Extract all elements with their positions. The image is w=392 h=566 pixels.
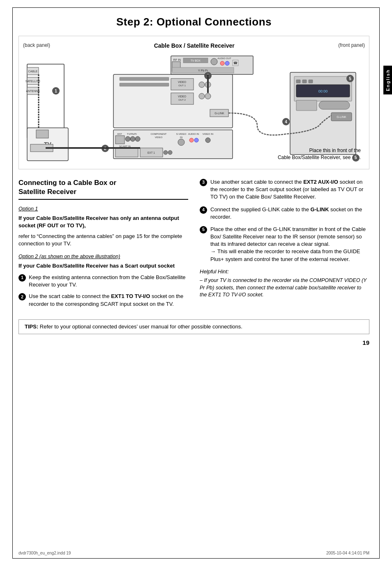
option2-label: Option 2 (as shown on the above illustra…: [18, 253, 188, 261]
right-column: 3 Use another scart cable to connect the…: [200, 178, 369, 312]
svg-text:TV/Pb/Pr: TV/Pb/Pr: [127, 133, 137, 135]
option1-body: refer to “Connecting the antenna cables”…: [18, 233, 188, 247]
svg-rect-42: [115, 136, 125, 144]
svg-text:4: 4: [285, 120, 287, 124]
hint-label: Helpful Hint:: [200, 268, 369, 275]
svg-rect-58: [115, 148, 138, 157]
diagram-area: (back panel) Cable Box / Satellite Recei…: [18, 36, 369, 169]
border-bottom: [12, 558, 380, 559]
svg-text:RF IN: RF IN: [173, 58, 181, 61]
svg-rect-73: [309, 80, 313, 83]
svg-text:VIDEO: VIDEO: [178, 81, 186, 83]
front-panel-label: (front panel): [338, 42, 365, 49]
border-top: [12, 7, 380, 8]
arrow-icon: →: [210, 248, 216, 254]
tips-bar: TIPS: Refer to your optional connected d…: [18, 319, 369, 334]
main-content: Step 2: Optional Connections (back panel…: [18, 10, 369, 347]
footer-left: dvdr7300h_eu_eng2.indd 19: [18, 550, 71, 556]
svg-text:COMPONENT: COMPONENT: [151, 133, 167, 135]
svg-point-21: [199, 93, 205, 99]
step2-text: Use the scart cable to connect the EXT1 …: [29, 293, 188, 307]
circle-5-ref: 5: [352, 154, 360, 162]
svg-point-61: [164, 150, 168, 155]
svg-text:00:00: 00:00: [318, 89, 328, 93]
svg-text:OUT 2: OUT 2: [178, 99, 186, 101]
svg-text:☎: ☎: [233, 61, 238, 65]
svg-text:VIDEO IN: VIDEO IN: [203, 133, 213, 135]
svg-rect-76: [296, 100, 317, 111]
place-note-line1: Place this in front of the: [309, 148, 361, 153]
place-note: Place this in front of the Cable Box/Sat…: [278, 147, 361, 162]
svg-text:VIDEO: VIDEO: [155, 136, 163, 139]
svg-point-19: [199, 82, 205, 88]
svg-text:ANTENNA: ANTENNA: [26, 90, 40, 92]
footer: dvdr7300h_eu_eng2.indd 19 2005-10-04 4:1…: [18, 550, 369, 556]
svg-rect-12: [120, 83, 169, 86]
svg-text:G-LINK: G-LINK: [337, 116, 346, 118]
svg-point-56: [205, 138, 210, 143]
step3-circle: 3: [200, 179, 207, 186]
svg-text:VIDEO: VIDEO: [178, 95, 186, 98]
svg-text:5: 5: [349, 76, 351, 81]
step4-item: 4 Connect the supplied G-LINK cable to t…: [200, 206, 369, 221]
option2-heading: If your Cable Box/Satellite Receiver has…: [18, 262, 188, 270]
step4-text: Connect the supplied G-LINK cable to the…: [210, 206, 369, 221]
svg-text:G-LINK: G-LINK: [214, 112, 224, 115]
helpful-hint: Helpful Hint: – If your TV is connected …: [200, 268, 369, 299]
svg-point-44: [125, 136, 130, 141]
step1-item: 1 Keep the existing antenna connection f…: [18, 274, 188, 289]
page-number: 19: [18, 338, 369, 347]
svg-text:AUDIO IN: AUDIO IN: [188, 133, 199, 135]
step5-circle: 5: [200, 226, 207, 233]
option1-heading: If your Cable Box/Satellite Receiver has…: [18, 215, 188, 229]
svg-text:OUT 1: OUT 1: [178, 84, 186, 87]
svg-text:AUDIO OUT: AUDIO OUT: [217, 57, 231, 60]
step2-item: 2 Use the scart cable to connect the EXT…: [18, 293, 188, 307]
hint-text: – If your TV is connected to the recorde…: [200, 277, 369, 299]
svg-text:IN: IN: [180, 136, 182, 139]
page-title: Step 2: Optional Connections: [18, 14, 369, 29]
option1-label: Option 1: [18, 206, 188, 213]
svg-point-33: [225, 61, 229, 65]
step3-text: Use another scart cable to connect the E…: [210, 178, 369, 201]
svg-point-46: [135, 136, 140, 141]
step5-text: Place the other end of the G-LINK transm…: [210, 226, 369, 263]
svg-rect-11: [120, 77, 169, 81]
step5-item: 5 Place the other end of the G-LINK tran…: [200, 226, 369, 263]
tips-label: TIPS:: [25, 323, 38, 330]
section-heading: Connecting to a Cable Box or Satellite R…: [18, 178, 188, 200]
border-right: [379, 7, 380, 559]
svg-point-30: [211, 58, 217, 65]
svg-text:ANT: ANT: [117, 133, 122, 135]
place-note-line2: Cable Box/Satellite Receiver, see: [278, 155, 350, 160]
svg-point-22: [205, 93, 211, 99]
step1-circle: 1: [18, 274, 26, 282]
svg-rect-71: [296, 80, 300, 83]
svg-point-62: [168, 150, 172, 155]
step3-item: 3 Use another scart cable to connect the…: [200, 178, 369, 201]
svg-point-53: [189, 138, 194, 142]
svg-point-45: [130, 136, 135, 141]
step1-text: Keep the existing antenna connection fro…: [29, 274, 188, 289]
back-panel-label: (back panel): [23, 42, 50, 49]
cable-box-title: Cable Box / Satellite Receiver: [154, 42, 235, 50]
two-col-layout: Connecting to a Cable Box or Satellite R…: [18, 178, 369, 312]
svg-text:Y Pb Pr: Y Pb Pr: [198, 69, 208, 72]
step2-circle: 2: [18, 293, 26, 300]
step4-circle: 4: [200, 206, 207, 214]
svg-text:1: 1: [55, 89, 57, 93]
border-left: [12, 7, 13, 559]
left-column: Connecting to a Cable Box or Satellite R…: [18, 178, 188, 312]
svg-text:CABLE: CABLE: [28, 70, 38, 73]
svg-point-51: [178, 139, 184, 146]
svg-rect-65: [36, 130, 48, 138]
svg-text:S-VIDEO: S-VIDEO: [176, 133, 187, 135]
tips-text: Refer to your optional connected devices…: [40, 323, 242, 330]
english-tab: English: [383, 66, 392, 95]
svg-rect-72: [302, 80, 307, 83]
footer-right: 2005-10-04 4:14:01 PM: [326, 550, 369, 556]
svg-text:EXT 1: EXT 1: [148, 151, 155, 154]
diagram-svg: (back panel) Cable Box / Satellite Recei…: [23, 42, 365, 165]
svg-rect-77: [319, 101, 350, 109]
svg-point-54: [194, 138, 198, 142]
